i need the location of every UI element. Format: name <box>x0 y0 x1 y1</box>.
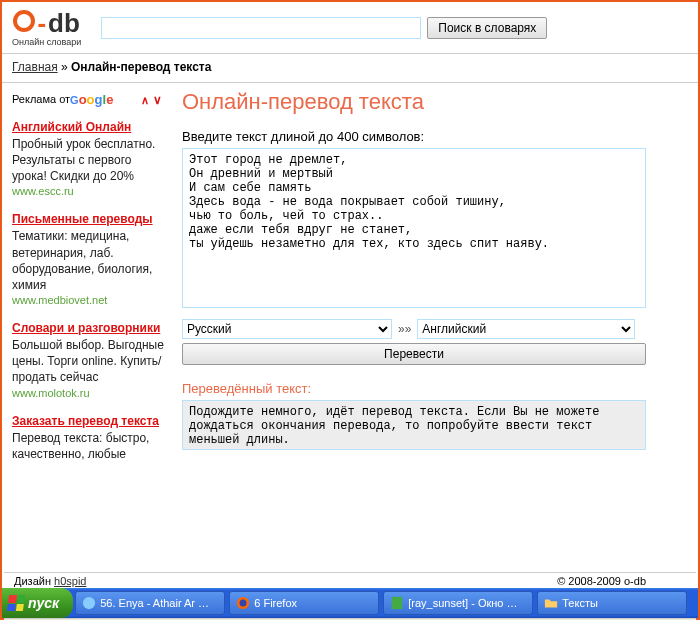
logo-o-icon <box>13 10 35 32</box>
ad-desc: Перевод текста: быстро, качественно, люб… <box>12 430 166 462</box>
breadcrumb: Главная » Онлайн-перевод текста <box>2 58 698 80</box>
taskbar-item[interactable]: Тексты <box>537 591 687 615</box>
ad-item: Письменные переводы Тематики: медицина, … <box>12 211 166 308</box>
source-text[interactable]: Этот город не дремлет, Он древний и мерт… <box>182 148 646 308</box>
ad-item: Английский Онлайн Пробный урок бесплатно… <box>12 119 166 200</box>
lang-arrow-icon: »» <box>392 322 417 336</box>
google-logo: Google <box>70 91 113 109</box>
svg-point-0 <box>83 597 95 609</box>
ad-desc: Тематики: медицина, ветеринария, лаб. об… <box>12 228 166 293</box>
page-title: Онлайн-перевод текста <box>182 89 688 115</box>
breadcrumb-home[interactable]: Главная <box>12 60 58 74</box>
footer-copyright: © 2008-2009 o-db <box>557 575 646 587</box>
firefox-icon <box>236 596 250 610</box>
doc-icon <box>390 596 404 610</box>
folder-icon <box>544 596 558 610</box>
taskbar-item[interactable]: 56. Enya - Athair Ar … <box>75 591 225 615</box>
input-label: Введите текст длиной до 400 символов: <box>182 129 688 144</box>
translated-text[interactable]: Подождите немного, идёт перевод текста. … <box>182 400 646 450</box>
output-label: Переведённый текст: <box>182 381 688 396</box>
logo[interactable]: - d b Онлайн словари <box>12 8 81 47</box>
ad-url: www.escc.ru <box>12 184 166 199</box>
search-input[interactable] <box>101 17 421 39</box>
footer-design: Дизайн h0spid <box>14 575 86 587</box>
start-button[interactable]: пуск <box>2 588 73 618</box>
ad-url: www.molotok.ru <box>12 386 166 401</box>
ad-desc: Пробный урок бесплатно. Результаты с пер… <box>12 136 166 185</box>
ads-prev-icon[interactable]: ∧ <box>141 94 153 106</box>
search-button[interactable]: Поиск в словарях <box>427 17 547 39</box>
ad-title[interactable]: Заказать перевод текста <box>12 413 166 429</box>
svg-rect-3 <box>392 597 403 609</box>
logo-subtitle: Онлайн словари <box>12 37 81 47</box>
ad-title[interactable]: Письменные переводы <box>12 211 166 227</box>
taskbar: пуск 56. Enya - Athair Ar … 6 Firefox [r… <box>2 588 698 618</box>
ads-next-icon[interactable]: ∨ <box>153 93 166 107</box>
ad-url: www.medbiovet.net <box>12 293 166 308</box>
ad-title[interactable]: Английский Онлайн <box>12 119 166 135</box>
svg-point-2 <box>240 600 247 607</box>
lang-to-select[interactable]: Английский <box>417 319 635 339</box>
windows-icon <box>7 595 25 611</box>
music-icon <box>82 596 96 610</box>
ad-desc: Большой выбор. Выгодные цены. Торги onli… <box>12 337 166 386</box>
ad-title[interactable]: Словари и разговорники <box>12 320 166 336</box>
designer-link[interactable]: h0spid <box>54 575 86 587</box>
taskbar-item[interactable]: 6 Firefox <box>229 591 379 615</box>
lang-from-select[interactable]: Русский <box>182 319 392 339</box>
ad-item: Словари и разговорники Большой выбор. Вы… <box>12 320 166 401</box>
breadcrumb-current: Онлайн-перевод текста <box>71 60 211 74</box>
taskbar-item[interactable]: [ray_sunset] - Окно … <box>383 591 533 615</box>
translate-button[interactable]: Перевести <box>182 343 646 365</box>
ad-item: Заказать перевод текста Перевод текста: … <box>12 413 166 463</box>
ads-label: Реклама от <box>12 92 70 107</box>
